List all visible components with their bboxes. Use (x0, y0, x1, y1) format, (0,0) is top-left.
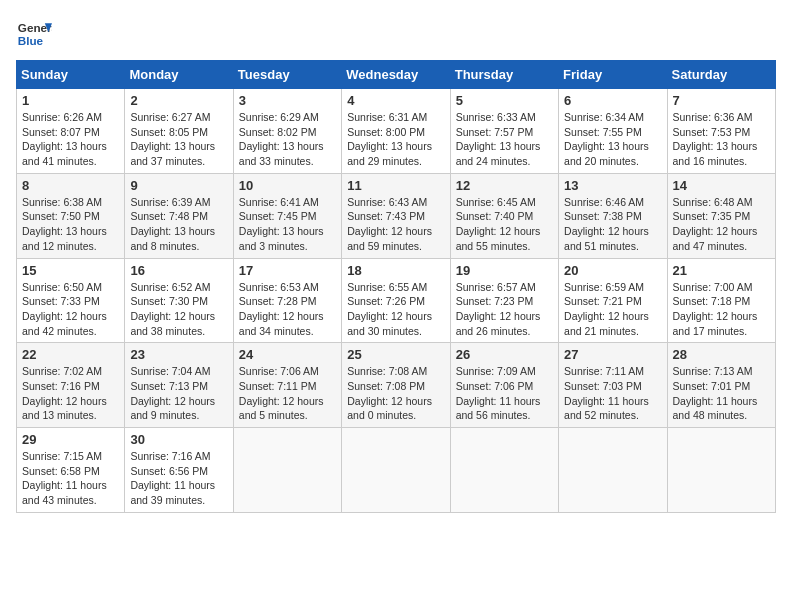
calendar-cell (559, 428, 667, 513)
day-info: Sunrise: 7:16 AMSunset: 6:56 PMDaylight:… (130, 450, 215, 506)
day-info: Sunrise: 6:31 AMSunset: 8:00 PMDaylight:… (347, 111, 432, 167)
calendar-cell: 1 Sunrise: 6:26 AMSunset: 8:07 PMDayligh… (17, 89, 125, 174)
day-number: 22 (22, 347, 119, 362)
calendar-cell: 25 Sunrise: 7:08 AMSunset: 7:08 PMDaylig… (342, 343, 450, 428)
day-number: 1 (22, 93, 119, 108)
calendar-cell (450, 428, 558, 513)
day-number: 5 (456, 93, 553, 108)
weekday-header-sunday: Sunday (17, 61, 125, 89)
calendar-cell: 16 Sunrise: 6:52 AMSunset: 7:30 PMDaylig… (125, 258, 233, 343)
calendar-row: 29 Sunrise: 7:15 AMSunset: 6:58 PMDaylig… (17, 428, 776, 513)
calendar-cell (667, 428, 775, 513)
day-number: 4 (347, 93, 444, 108)
calendar-cell: 15 Sunrise: 6:50 AMSunset: 7:33 PMDaylig… (17, 258, 125, 343)
day-info: Sunrise: 6:36 AMSunset: 7:53 PMDaylight:… (673, 111, 758, 167)
calendar-cell: 17 Sunrise: 6:53 AMSunset: 7:28 PMDaylig… (233, 258, 341, 343)
day-number: 24 (239, 347, 336, 362)
calendar-cell: 22 Sunrise: 7:02 AMSunset: 7:16 PMDaylig… (17, 343, 125, 428)
calendar-cell: 2 Sunrise: 6:27 AMSunset: 8:05 PMDayligh… (125, 89, 233, 174)
day-info: Sunrise: 7:09 AMSunset: 7:06 PMDaylight:… (456, 365, 541, 421)
day-number: 26 (456, 347, 553, 362)
day-info: Sunrise: 6:45 AMSunset: 7:40 PMDaylight:… (456, 196, 541, 252)
calendar-cell: 7 Sunrise: 6:36 AMSunset: 7:53 PMDayligh… (667, 89, 775, 174)
day-number: 23 (130, 347, 227, 362)
day-number: 15 (22, 263, 119, 278)
day-number: 19 (456, 263, 553, 278)
day-info: Sunrise: 6:26 AMSunset: 8:07 PMDaylight:… (22, 111, 107, 167)
calendar-cell: 8 Sunrise: 6:38 AMSunset: 7:50 PMDayligh… (17, 173, 125, 258)
day-number: 20 (564, 263, 661, 278)
day-number: 30 (130, 432, 227, 447)
page-header: General Blue (16, 16, 776, 52)
day-info: Sunrise: 6:33 AMSunset: 7:57 PMDaylight:… (456, 111, 541, 167)
weekday-header-wednesday: Wednesday (342, 61, 450, 89)
day-info: Sunrise: 6:55 AMSunset: 7:26 PMDaylight:… (347, 281, 432, 337)
calendar-row: 15 Sunrise: 6:50 AMSunset: 7:33 PMDaylig… (17, 258, 776, 343)
calendar-row: 1 Sunrise: 6:26 AMSunset: 8:07 PMDayligh… (17, 89, 776, 174)
calendar-row: 8 Sunrise: 6:38 AMSunset: 7:50 PMDayligh… (17, 173, 776, 258)
day-number: 18 (347, 263, 444, 278)
day-info: Sunrise: 6:39 AMSunset: 7:48 PMDaylight:… (130, 196, 215, 252)
calendar-cell: 10 Sunrise: 6:41 AMSunset: 7:45 PMDaylig… (233, 173, 341, 258)
calendar-cell: 9 Sunrise: 6:39 AMSunset: 7:48 PMDayligh… (125, 173, 233, 258)
calendar-table: SundayMondayTuesdayWednesdayThursdayFrid… (16, 60, 776, 513)
weekday-header-tuesday: Tuesday (233, 61, 341, 89)
calendar-cell: 18 Sunrise: 6:55 AMSunset: 7:26 PMDaylig… (342, 258, 450, 343)
calendar-cell: 21 Sunrise: 7:00 AMSunset: 7:18 PMDaylig… (667, 258, 775, 343)
day-info: Sunrise: 6:53 AMSunset: 7:28 PMDaylight:… (239, 281, 324, 337)
calendar-cell: 6 Sunrise: 6:34 AMSunset: 7:55 PMDayligh… (559, 89, 667, 174)
day-info: Sunrise: 6:27 AMSunset: 8:05 PMDaylight:… (130, 111, 215, 167)
day-number: 14 (673, 178, 770, 193)
day-info: Sunrise: 6:41 AMSunset: 7:45 PMDaylight:… (239, 196, 324, 252)
calendar-row: 22 Sunrise: 7:02 AMSunset: 7:16 PMDaylig… (17, 343, 776, 428)
calendar-cell: 13 Sunrise: 6:46 AMSunset: 7:38 PMDaylig… (559, 173, 667, 258)
calendar-cell: 3 Sunrise: 6:29 AMSunset: 8:02 PMDayligh… (233, 89, 341, 174)
calendar-cell: 28 Sunrise: 7:13 AMSunset: 7:01 PMDaylig… (667, 343, 775, 428)
calendar-cell: 29 Sunrise: 7:15 AMSunset: 6:58 PMDaylig… (17, 428, 125, 513)
calendar-cell: 27 Sunrise: 7:11 AMSunset: 7:03 PMDaylig… (559, 343, 667, 428)
day-info: Sunrise: 6:48 AMSunset: 7:35 PMDaylight:… (673, 196, 758, 252)
day-info: Sunrise: 6:52 AMSunset: 7:30 PMDaylight:… (130, 281, 215, 337)
day-info: Sunrise: 7:04 AMSunset: 7:13 PMDaylight:… (130, 365, 215, 421)
day-info: Sunrise: 6:59 AMSunset: 7:21 PMDaylight:… (564, 281, 649, 337)
calendar-cell: 23 Sunrise: 7:04 AMSunset: 7:13 PMDaylig… (125, 343, 233, 428)
calendar-cell: 5 Sunrise: 6:33 AMSunset: 7:57 PMDayligh… (450, 89, 558, 174)
day-info: Sunrise: 7:13 AMSunset: 7:01 PMDaylight:… (673, 365, 758, 421)
calendar-cell: 30 Sunrise: 7:16 AMSunset: 6:56 PMDaylig… (125, 428, 233, 513)
day-info: Sunrise: 7:11 AMSunset: 7:03 PMDaylight:… (564, 365, 649, 421)
day-number: 25 (347, 347, 444, 362)
day-number: 6 (564, 93, 661, 108)
day-number: 21 (673, 263, 770, 278)
calendar-cell (233, 428, 341, 513)
weekday-header-friday: Friday (559, 61, 667, 89)
day-number: 7 (673, 93, 770, 108)
day-number: 17 (239, 263, 336, 278)
day-info: Sunrise: 6:43 AMSunset: 7:43 PMDaylight:… (347, 196, 432, 252)
calendar-cell: 11 Sunrise: 6:43 AMSunset: 7:43 PMDaylig… (342, 173, 450, 258)
day-number: 9 (130, 178, 227, 193)
weekday-header-saturday: Saturday (667, 61, 775, 89)
calendar-cell: 4 Sunrise: 6:31 AMSunset: 8:00 PMDayligh… (342, 89, 450, 174)
day-info: Sunrise: 7:08 AMSunset: 7:08 PMDaylight:… (347, 365, 432, 421)
calendar-cell (342, 428, 450, 513)
day-info: Sunrise: 7:02 AMSunset: 7:16 PMDaylight:… (22, 365, 107, 421)
day-info: Sunrise: 6:50 AMSunset: 7:33 PMDaylight:… (22, 281, 107, 337)
day-number: 27 (564, 347, 661, 362)
day-info: Sunrise: 7:06 AMSunset: 7:11 PMDaylight:… (239, 365, 324, 421)
day-number: 16 (130, 263, 227, 278)
calendar-cell: 14 Sunrise: 6:48 AMSunset: 7:35 PMDaylig… (667, 173, 775, 258)
weekday-header-thursday: Thursday (450, 61, 558, 89)
calendar-cell: 24 Sunrise: 7:06 AMSunset: 7:11 PMDaylig… (233, 343, 341, 428)
day-number: 12 (456, 178, 553, 193)
day-number: 10 (239, 178, 336, 193)
weekday-header-monday: Monday (125, 61, 233, 89)
day-info: Sunrise: 7:00 AMSunset: 7:18 PMDaylight:… (673, 281, 758, 337)
day-info: Sunrise: 7:15 AMSunset: 6:58 PMDaylight:… (22, 450, 107, 506)
calendar-cell: 26 Sunrise: 7:09 AMSunset: 7:06 PMDaylig… (450, 343, 558, 428)
day-info: Sunrise: 6:34 AMSunset: 7:55 PMDaylight:… (564, 111, 649, 167)
logo-icon: General Blue (16, 16, 52, 52)
day-info: Sunrise: 6:38 AMSunset: 7:50 PMDaylight:… (22, 196, 107, 252)
day-number: 8 (22, 178, 119, 193)
logo: General Blue (16, 16, 52, 52)
day-info: Sunrise: 6:57 AMSunset: 7:23 PMDaylight:… (456, 281, 541, 337)
